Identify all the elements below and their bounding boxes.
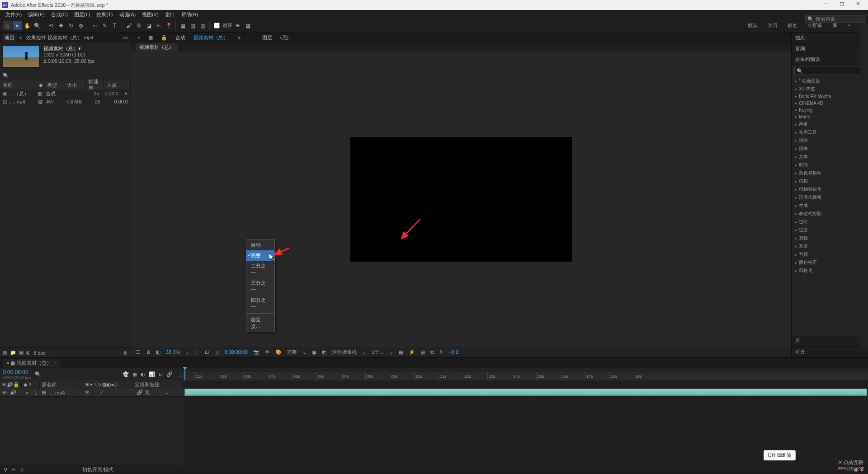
views-dropdown[interactable]: 1个...: [370, 349, 385, 356]
layer-bar[interactable]: [184, 389, 867, 396]
effects-category[interactable]: 遮罩: [793, 242, 866, 250]
bpc-icon[interactable]: ◐: [26, 350, 31, 356]
effects-category[interactable]: 过时: [793, 218, 866, 226]
vc-3d-icon[interactable]: ▣: [311, 349, 318, 355]
vc-mask-icon[interactable]: ◫: [213, 349, 220, 355]
col-type[interactable]: 类型: [44, 80, 64, 89]
zoom-tool[interactable]: 🔍: [33, 21, 42, 30]
col-framerate[interactable]: 帧速率: [86, 80, 104, 89]
menu-layer[interactable]: 图层(L): [71, 10, 93, 19]
maximize-button[interactable]: ◻: [834, 0, 850, 9]
workspace-lib[interactable]: 库: [832, 22, 837, 29]
menu-animation[interactable]: 动画(A): [117, 10, 139, 19]
orbit-tool[interactable]: ⟲: [47, 21, 56, 30]
panel-audio[interactable]: 音频: [792, 43, 868, 54]
effects-category[interactable]: 扭曲: [793, 136, 866, 145]
panel-effects-presets[interactable]: 效果和预设≡: [792, 54, 868, 65]
project-thumbnail[interactable]: [3, 45, 40, 68]
tool-extra3[interactable]: ▥: [198, 21, 207, 30]
vc-snapshot-icon[interactable]: 📷: [252, 349, 261, 355]
tl-hook-icon[interactable]: ⚲: [4, 467, 7, 473]
layer-row[interactable]: 👁🔊 ▪ 1 ▤ ....mp4 ✱ ／ 🔗 无⌄: [0, 389, 184, 397]
effects-category[interactable]: 生成: [793, 202, 866, 210]
comp-name[interactable]: 视频素材（总）: [191, 33, 231, 42]
toggle-switches[interactable]: 切换开关/模式: [82, 466, 113, 473]
comp-breadcrumb[interactable]: 视频素材（总）: [136, 43, 178, 52]
snap-opt-icon[interactable]: ⚟: [233, 21, 242, 30]
tab-effect-controls[interactable]: 效果控件 视频素材（总）.mp4: [24, 33, 96, 42]
playhead[interactable]: [184, 368, 185, 380]
effects-category[interactable]: 模糊和锐化: [793, 185, 866, 193]
vc-reset-icon[interactable]: ↻: [438, 349, 445, 355]
panel-info[interactable]: 信息: [792, 33, 868, 43]
panel-library[interactable]: 库▢: [792, 336, 868, 347]
vc-alpha-icon[interactable]: ◧: [155, 349, 162, 355]
col-name[interactable]: 名称: [0, 80, 36, 89]
rotate-tool[interactable]: ↻: [66, 21, 75, 30]
lock-icon[interactable]: 🔒: [158, 34, 170, 42]
timeline-tab[interactable]: × ▦ 视频素材（总） ≡: [3, 359, 60, 367]
vc-pixel-icon[interactable]: ▦: [397, 349, 405, 355]
snap-checkbox[interactable]: [214, 23, 220, 28]
tl-icon-snap[interactable]: ⬚: [176, 371, 181, 377]
effects-category[interactable]: Keying: [793, 107, 866, 113]
interpret-icon[interactable]: ▦: [3, 350, 7, 356]
effects-category[interactable]: * 动画预设: [793, 77, 866, 85]
col-inpoint[interactable]: 入点: [104, 80, 131, 89]
current-time[interactable]: 0:00:00:00: [3, 369, 31, 375]
effects-category[interactable]: 过渡: [793, 226, 866, 234]
vc-display-icon[interactable]: 🖥: [144, 349, 152, 355]
effects-category[interactable]: 实用工具: [793, 128, 866, 136]
hand-tool[interactable]: ✋: [23, 21, 32, 30]
tl-search-icon[interactable]: 🔍: [35, 371, 41, 377]
dd-quarter[interactable]: 四分之一: [246, 295, 274, 312]
panel-align[interactable]: 对齐: [792, 347, 868, 357]
comp-mini-toggle[interactable]: ▦: [146, 34, 156, 42]
effects-category[interactable]: 模拟: [793, 177, 866, 185]
project-row[interactable]: ▣ ...（总） ▦ 合成 25 0:00:0 ✦: [0, 89, 131, 98]
menu-window[interactable]: 窗口: [162, 10, 178, 19]
col-label-icon[interactable]: ◆: [36, 80, 44, 89]
viewer-canvas[interactable]: [350, 137, 572, 262]
effects-category[interactable]: 风格化: [793, 267, 866, 275]
dd-custom[interactable]: 自定义...: [246, 314, 274, 332]
selection-tool[interactable]: ➤: [13, 21, 22, 30]
effects-category[interactable]: 报表: [793, 145, 866, 153]
camera-dropdown[interactable]: 活动摄像机: [330, 349, 358, 356]
minimize-button[interactable]: —: [817, 0, 834, 9]
menu-edit[interactable]: 编辑(E): [25, 10, 47, 19]
close-button[interactable]: ✕: [850, 0, 866, 9]
pan-camera-tool[interactable]: ✥: [57, 21, 66, 30]
tl-icon-motionblur[interactable]: ◐: [141, 371, 145, 377]
trash-icon[interactable]: 🗑: [123, 350, 128, 356]
preview-time[interactable]: 0:00:00:00: [223, 349, 249, 355]
tool-extra1[interactable]: ▦: [178, 21, 187, 30]
effects-category[interactable]: Matte: [793, 113, 866, 120]
vc-flowchart-icon[interactable]: ⧉: [429, 349, 435, 355]
tl-icon-shy[interactable]: 👻: [123, 371, 129, 377]
vc-res-icon[interactable]: ⬚: [193, 349, 201, 355]
menu-view[interactable]: 视图(V): [139, 10, 161, 19]
anchor-tool[interactable]: ⊕: [76, 21, 85, 30]
dd-third[interactable]: 三分之一: [246, 278, 274, 295]
collapsed-panel-strip[interactable]: [860, 23, 868, 348]
effects-category[interactable]: 文本: [793, 153, 866, 161]
tl-clip-icon[interactable]: ✂: [12, 467, 16, 473]
effects-category[interactable]: 杂色和颗粒: [793, 169, 866, 177]
col-source-name[interactable]: 源名称: [40, 380, 83, 389]
home-tool[interactable]: ⌂: [3, 21, 12, 30]
workspace-small[interactable]: 小屏幕: [807, 22, 822, 29]
vc-color-icon[interactable]: 🎨: [274, 349, 283, 355]
workspace-more-icon[interactable]: »: [847, 22, 850, 29]
layer-tab-label[interactable]: 图层: [259, 33, 275, 42]
viewer[interactable]: [131, 52, 791, 347]
vc-monitor-icon[interactable]: 🖵: [134, 349, 142, 355]
rect-tool[interactable]: ▭: [90, 21, 99, 30]
col-size[interactable]: 大小: [64, 80, 86, 89]
new-comp-icon[interactable]: ▣: [19, 350, 24, 356]
snap-opt2-icon[interactable]: ▩: [243, 21, 252, 30]
effects-category[interactable]: CINEMA 4D: [793, 100, 866, 107]
project-row[interactable]: ▤ ....mp4 ▦ AVI 7.3 MB 25 0:00:0: [0, 98, 131, 106]
bpc-label[interactable]: 8 bpc: [33, 350, 46, 356]
tl-icon-frameblend[interactable]: ▦: [132, 371, 137, 377]
